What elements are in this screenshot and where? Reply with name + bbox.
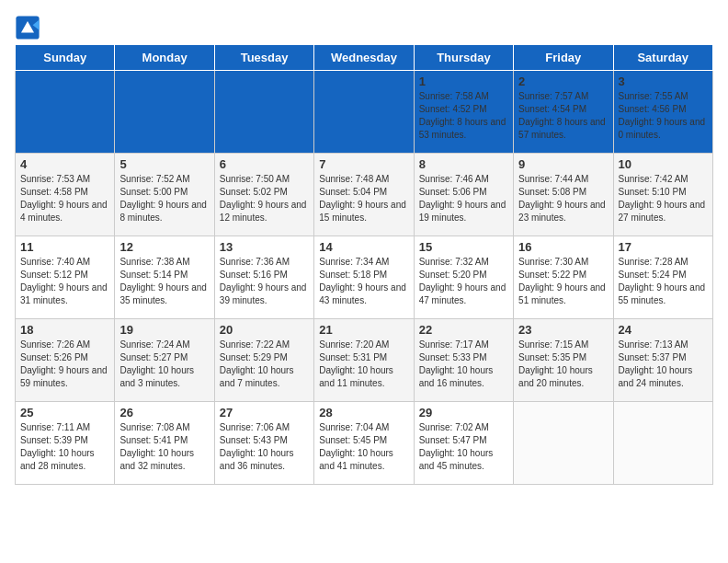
cell-content: Sunrise: 7:24 AM Sunset: 5:27 PM Dayligh… [119, 339, 209, 390]
calendar-cell: 28Sunrise: 7:04 AM Sunset: 5:45 PM Dayli… [314, 402, 414, 485]
day-number: 18 [20, 323, 109, 337]
day-number: 26 [119, 406, 209, 419]
calendar-cell: 21Sunrise: 7:20 AM Sunset: 5:31 PM Dayli… [314, 319, 414, 402]
calendar-cell: 25Sunrise: 7:11 AM Sunset: 5:39 PM Dayli… [16, 402, 115, 485]
cell-content: Sunrise: 7:11 AM Sunset: 5:39 PM Dayligh… [20, 421, 109, 473]
day-header-monday: Monday [115, 45, 214, 71]
logo [15, 15, 44, 40]
calendar-cell: 22Sunrise: 7:17 AM Sunset: 5:33 PM Dayli… [414, 319, 513, 402]
day-number: 3 [619, 75, 708, 88]
cell-content: Sunrise: 7:30 AM Sunset: 5:22 PM Dayligh… [518, 256, 608, 307]
cell-content: Sunrise: 7:42 AM Sunset: 5:10 PM Dayligh… [619, 173, 708, 224]
logo-icon [15, 15, 40, 40]
cell-content: Sunrise: 7:13 AM Sunset: 5:37 PM Dayligh… [619, 339, 708, 390]
calendar-cell: 29Sunrise: 7:02 AM Sunset: 5:47 PM Dayli… [414, 402, 513, 485]
calendar-cell: 5Sunrise: 7:52 AM Sunset: 5:00 PM Daylig… [115, 154, 214, 236]
cell-content: Sunrise: 7:32 AM Sunset: 5:20 PM Dayligh… [419, 256, 508, 307]
day-number: 25 [20, 406, 109, 419]
calendar-cell: 3Sunrise: 7:55 AM Sunset: 4:56 PM Daylig… [613, 71, 712, 154]
calendar-cell: 19Sunrise: 7:24 AM Sunset: 5:27 PM Dayli… [115, 319, 214, 402]
calendar-cell [214, 71, 313, 154]
day-number: 15 [419, 240, 508, 254]
day-number: 21 [319, 323, 408, 337]
calendar-cell: 18Sunrise: 7:26 AM Sunset: 5:26 PM Dayli… [16, 319, 115, 402]
calendar-cell: 13Sunrise: 7:36 AM Sunset: 5:16 PM Dayli… [214, 236, 313, 319]
day-header-tuesday: Tuesday [214, 45, 313, 71]
calendar-cell: 24Sunrise: 7:13 AM Sunset: 5:37 PM Dayli… [613, 319, 712, 402]
day-number: 12 [119, 240, 209, 254]
calendar-cell [613, 402, 712, 485]
calendar-cell [16, 71, 115, 154]
day-number: 28 [319, 406, 408, 419]
calendar-cell [314, 71, 414, 154]
cell-content: Sunrise: 7:06 AM Sunset: 5:43 PM Dayligh… [220, 421, 309, 473]
cell-content: Sunrise: 7:22 AM Sunset: 5:29 PM Dayligh… [220, 339, 309, 390]
page-header [15, 15, 713, 40]
day-header-wednesday: Wednesday [314, 45, 414, 71]
calendar-cell: 16Sunrise: 7:30 AM Sunset: 5:22 PM Dayli… [514, 236, 613, 319]
cell-content: Sunrise: 7:53 AM Sunset: 4:58 PM Dayligh… [20, 173, 109, 224]
day-number: 7 [319, 157, 408, 171]
day-number: 19 [119, 323, 209, 337]
calendar-cell [115, 71, 214, 154]
day-number: 27 [220, 406, 309, 419]
cell-content: Sunrise: 7:17 AM Sunset: 5:33 PM Dayligh… [419, 339, 508, 390]
day-number: 24 [619, 323, 708, 337]
day-header-saturday: Saturday [613, 45, 712, 71]
day-number: 10 [619, 157, 708, 171]
calendar-cell: 27Sunrise: 7:06 AM Sunset: 5:43 PM Dayli… [214, 402, 313, 485]
day-number: 17 [619, 240, 708, 254]
calendar-cell: 26Sunrise: 7:08 AM Sunset: 5:41 PM Dayli… [115, 402, 214, 485]
cell-content: Sunrise: 7:55 AM Sunset: 4:56 PM Dayligh… [619, 90, 708, 142]
day-number: 14 [319, 240, 408, 254]
day-header-friday: Friday [514, 45, 613, 71]
cell-content: Sunrise: 7:48 AM Sunset: 5:04 PM Dayligh… [319, 173, 408, 224]
day-number: 2 [518, 75, 608, 88]
calendar-cell: 9Sunrise: 7:44 AM Sunset: 5:08 PM Daylig… [514, 154, 613, 236]
day-number: 9 [518, 157, 608, 171]
calendar-table: SundayMondayTuesdayWednesdayThursdayFrid… [15, 44, 713, 485]
calendar-cell: 10Sunrise: 7:42 AM Sunset: 5:10 PM Dayli… [613, 154, 712, 236]
day-number: 23 [518, 323, 608, 337]
calendar-cell: 6Sunrise: 7:50 AM Sunset: 5:02 PM Daylig… [214, 154, 313, 236]
cell-content: Sunrise: 7:26 AM Sunset: 5:26 PM Dayligh… [20, 339, 109, 390]
day-number: 16 [518, 240, 608, 254]
cell-content: Sunrise: 7:34 AM Sunset: 5:18 PM Dayligh… [319, 256, 408, 307]
calendar-cell: 7Sunrise: 7:48 AM Sunset: 5:04 PM Daylig… [314, 154, 414, 236]
calendar-cell [514, 402, 613, 485]
calendar-cell: 17Sunrise: 7:28 AM Sunset: 5:24 PM Dayli… [613, 236, 712, 319]
cell-content: Sunrise: 7:04 AM Sunset: 5:45 PM Dayligh… [319, 421, 408, 473]
cell-content: Sunrise: 7:52 AM Sunset: 5:00 PM Dayligh… [119, 173, 209, 224]
cell-content: Sunrise: 7:20 AM Sunset: 5:31 PM Dayligh… [319, 339, 408, 390]
calendar-cell: 2Sunrise: 7:57 AM Sunset: 4:54 PM Daylig… [514, 71, 613, 154]
calendar-cell: 15Sunrise: 7:32 AM Sunset: 5:20 PM Dayli… [414, 236, 513, 319]
calendar-cell: 11Sunrise: 7:40 AM Sunset: 5:12 PM Dayli… [16, 236, 115, 319]
cell-content: Sunrise: 7:50 AM Sunset: 5:02 PM Dayligh… [220, 173, 309, 224]
calendar-cell: 14Sunrise: 7:34 AM Sunset: 5:18 PM Dayli… [314, 236, 414, 319]
cell-content: Sunrise: 7:57 AM Sunset: 4:54 PM Dayligh… [518, 90, 608, 142]
day-number: 29 [419, 406, 508, 419]
cell-content: Sunrise: 7:36 AM Sunset: 5:16 PM Dayligh… [220, 256, 309, 307]
day-number: 11 [20, 240, 109, 254]
day-number: 1 [419, 75, 508, 88]
cell-content: Sunrise: 7:40 AM Sunset: 5:12 PM Dayligh… [20, 256, 109, 307]
day-header-sunday: Sunday [16, 45, 115, 71]
cell-content: Sunrise: 7:38 AM Sunset: 5:14 PM Dayligh… [119, 256, 209, 307]
day-number: 6 [220, 157, 309, 171]
day-number: 22 [419, 323, 508, 337]
calendar-cell: 23Sunrise: 7:15 AM Sunset: 5:35 PM Dayli… [514, 319, 613, 402]
day-number: 20 [220, 323, 309, 337]
calendar-cell: 1Sunrise: 7:58 AM Sunset: 4:52 PM Daylig… [414, 71, 513, 154]
cell-content: Sunrise: 7:44 AM Sunset: 5:08 PM Dayligh… [518, 173, 608, 224]
cell-content: Sunrise: 7:58 AM Sunset: 4:52 PM Dayligh… [419, 90, 508, 142]
cell-content: Sunrise: 7:02 AM Sunset: 5:47 PM Dayligh… [419, 421, 508, 473]
calendar-cell: 4Sunrise: 7:53 AM Sunset: 4:58 PM Daylig… [16, 154, 115, 236]
cell-content: Sunrise: 7:46 AM Sunset: 5:06 PM Dayligh… [419, 173, 508, 224]
calendar-cell: 12Sunrise: 7:38 AM Sunset: 5:14 PM Dayli… [115, 236, 214, 319]
day-number: 5 [119, 157, 209, 171]
cell-content: Sunrise: 7:15 AM Sunset: 5:35 PM Dayligh… [518, 339, 608, 390]
cell-content: Sunrise: 7:28 AM Sunset: 5:24 PM Dayligh… [619, 256, 708, 307]
day-number: 13 [220, 240, 309, 254]
calendar-cell: 20Sunrise: 7:22 AM Sunset: 5:29 PM Dayli… [214, 319, 313, 402]
day-number: 4 [20, 157, 109, 171]
